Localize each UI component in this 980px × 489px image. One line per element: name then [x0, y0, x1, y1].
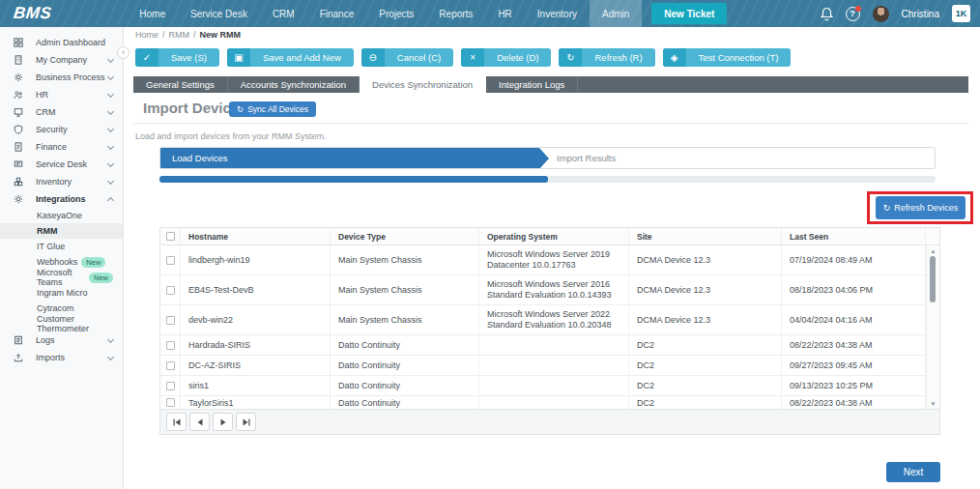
user-name[interactable]: Christina — [902, 9, 939, 19]
sidebar-item-inventory[interactable]: Inventory — [0, 173, 123, 190]
nav-item-home[interactable]: Home — [127, 0, 178, 27]
table-row[interactable]: siris1 Datto Continuity DC2 09/13/2023 1… — [160, 376, 939, 396]
sidebar-item-microsoft-teams[interactable]: Microsoft Teams New — [0, 270, 123, 285]
table-row[interactable]: TaylorSiris1 Datto Continuity DC2 08/22/… — [160, 396, 939, 409]
cancel-button[interactable]: ⊖ Cancel (C) — [361, 48, 453, 67]
sidebar-item-service-desk[interactable]: Service Desk — [0, 156, 123, 173]
chevron-up-icon — [107, 196, 114, 203]
tab-accounts-synchronization[interactable]: Accounts Synchronization — [228, 76, 360, 93]
sidebar-collapse-button[interactable]: ‹ — [117, 46, 130, 59]
row-checkbox[interactable] — [166, 382, 175, 390]
sidebar-item-security[interactable]: Security — [0, 121, 123, 138]
avatar[interactable] — [873, 6, 889, 22]
table-row[interactable]: EB4S-Test-DevB Main System Chassis Micro… — [160, 275, 939, 305]
dashboard-grid-icon — [14, 38, 27, 47]
sidebar-item-my-company[interactable]: My Company — [0, 51, 123, 69]
app-window: BMS Home Service Desk CRM Finance Projec… — [0, 0, 980, 489]
breadcrumb-current: New RMM — [200, 30, 242, 40]
table-row[interactable]: devb-win22 Main System Chassis Microsoft… — [160, 305, 939, 335]
column-header-operating-system[interactable]: Operating System — [479, 228, 629, 244]
scroll-up-icon[interactable]: ▲ — [927, 248, 939, 254]
nav-item-crm[interactable]: CRM — [260, 0, 307, 27]
row-checkbox[interactable] — [166, 361, 175, 370]
chevron-down-icon — [107, 72, 114, 79]
select-all-checkbox[interactable] — [166, 232, 175, 241]
next-page-button[interactable] — [213, 413, 233, 431]
sidebar-item-ingram-micro[interactable]: Ingram Micro — [0, 285, 123, 301]
refresh-button[interactable]: ↻ Refresh (R) — [559, 48, 654, 67]
nav-item-projects[interactable]: Projects — [366, 0, 426, 27]
app-logo: BMS — [13, 4, 52, 23]
top-nav: BMS Home Service Desk CRM Finance Projec… — [0, 0, 980, 27]
first-page-icon — [173, 418, 181, 426]
sidebar-item-imports[interactable]: Imports — [0, 349, 123, 366]
progress-bar — [159, 176, 936, 183]
nav-item-inventory[interactable]: Inventory — [525, 0, 590, 27]
column-header-hostname[interactable]: Hostname — [181, 228, 331, 244]
table-row[interactable]: lindbergh-win19 Main System Chassis Micr… — [160, 245, 939, 275]
nav-item-hr[interactable]: HR — [485, 0, 524, 27]
help-icon[interactable]: ? — [846, 7, 860, 21]
notifications-bell-icon[interactable] — [821, 7, 833, 21]
sidebar-item-kaseyaone[interactable]: KaseyaOne — [0, 208, 123, 223]
table-row[interactable]: DC-AZ-SIRIS Datto Continuity DC2 09/27/2… — [160, 356, 939, 376]
upload-icon — [14, 353, 27, 362]
test-connection-button[interactable]: ◈ Test Connection (T) — [663, 48, 792, 67]
breadcrumb-home[interactable]: Home — [135, 30, 159, 40]
scroll-down-icon[interactable]: ▼ — [927, 401, 939, 407]
cancel-icon: ⊖ — [361, 48, 385, 67]
sidebar-item-business-process[interactable]: Business Process — [0, 69, 123, 86]
chevron-down-icon — [107, 353, 114, 360]
breadcrumb-rmm[interactable]: RMM — [169, 30, 190, 40]
sidebar-item-finance[interactable]: Finance — [0, 138, 123, 156]
next-page-icon — [219, 418, 227, 426]
page-description: Load and import devices from your RMM Sy… — [135, 131, 327, 141]
new-ticket-button[interactable]: New Ticket — [651, 3, 727, 24]
tab-general-settings[interactable]: General Settings — [133, 76, 228, 93]
row-checkbox[interactable] — [166, 398, 175, 407]
row-checkbox[interactable] — [166, 256, 175, 265]
nav-item-finance[interactable]: Finance — [307, 0, 367, 27]
row-checkbox[interactable] — [166, 341, 175, 350]
sidebar-item-hr[interactable]: HR — [0, 86, 123, 103]
tab-devices-synchronization[interactable]: Devices Synchronization — [360, 76, 486, 93]
chevron-down-icon — [107, 90, 114, 97]
sidebar-item-rmm[interactable]: RMM — [0, 223, 123, 239]
sidebar-item-it-glue[interactable]: IT Glue — [0, 239, 123, 254]
gears-icon — [14, 72, 27, 82]
first-page-button[interactable] — [166, 413, 187, 431]
scrollbar-thumb[interactable] — [930, 256, 936, 302]
service-desk-icon — [14, 159, 27, 169]
nav-item-service-desk[interactable]: Service Desk — [178, 0, 260, 27]
header-user-area: ? Christina 1K — [821, 5, 970, 22]
last-page-button[interactable] — [236, 413, 256, 431]
sync-all-devices-button[interactable]: ↻ Sync All Devices — [229, 101, 316, 117]
sidebar-item-admin-dashboard[interactable]: Admin Dashboard — [0, 34, 123, 51]
save-button[interactable]: ✓ Save (S) — [135, 48, 219, 67]
next-button[interactable]: Next — [886, 462, 940, 482]
people-icon — [14, 90, 27, 100]
kaseya-one-badge[interactable]: 1K — [952, 5, 970, 22]
delete-button[interactable]: × Delete (D) — [461, 48, 551, 67]
column-header-device-type[interactable]: Device Type — [331, 228, 479, 244]
refresh-devices-button[interactable]: ↻ Refresh Devices — [876, 196, 966, 219]
row-checkbox[interactable] — [166, 316, 175, 325]
tab-bar: General Settings Accounts Synchronizatio… — [133, 76, 968, 93]
save-and-add-new-button[interactable]: ▣ Save and Add New — [227, 48, 354, 67]
row-checkbox[interactable] — [166, 286, 175, 295]
refresh-icon: ↻ — [237, 104, 244, 114]
sidebar-item-integrations[interactable]: Integrations — [0, 190, 123, 208]
sidebar-item-logs[interactable]: Logs — [0, 331, 123, 349]
sidebar-item-customer-thermometer[interactable]: Customer Thermometer — [0, 316, 123, 331]
sidebar-item-crm[interactable]: CRM — [0, 103, 123, 121]
nav-item-admin[interactable]: Admin — [590, 0, 642, 27]
chevron-down-icon — [107, 177, 114, 184]
nav-item-reports[interactable]: Reports — [426, 0, 485, 27]
column-header-site[interactable]: Site — [629, 228, 782, 244]
tab-integration-logs[interactable]: Integration Logs — [486, 76, 578, 93]
previous-page-button[interactable] — [189, 413, 210, 431]
table-row[interactable]: Hardrada-SIRIS Datto Continuity DC2 08/2… — [160, 335, 939, 356]
table-scrollbar[interactable]: ▲ ▼ — [926, 246, 938, 409]
save-icon: ▣ — [227, 48, 250, 67]
column-header-last-seen[interactable]: Last Seen — [782, 228, 926, 244]
